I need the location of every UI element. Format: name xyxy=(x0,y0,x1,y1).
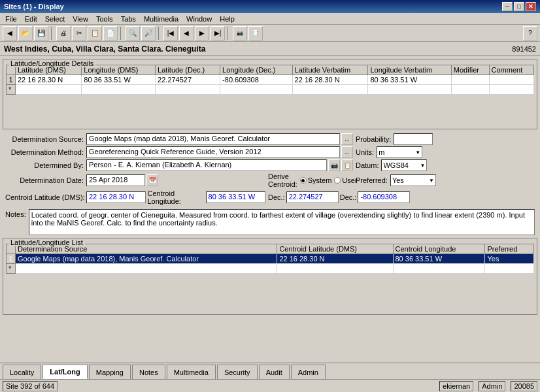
det-method-value[interactable]: Georeferencing Quick Reference Guide, Ve… xyxy=(86,146,340,158)
toolbar-search[interactable]: 🔍 xyxy=(126,26,140,41)
list-col-cent-lon: Centroid Longitude xyxy=(393,244,485,254)
title-bar-controls: ─ □ ✕ xyxy=(502,2,536,11)
det-by-btn[interactable]: 📷 xyxy=(328,159,340,171)
cell-modifier xyxy=(451,75,489,85)
menu-select[interactable]: Select xyxy=(41,14,69,24)
tab-multimedia[interactable]: Multimedia xyxy=(167,365,216,379)
centroid-lat-group: 22 16 28.30 N Centroid Longitude: 80 36 … xyxy=(86,189,265,205)
det-method-btn[interactable]: ... xyxy=(341,146,353,158)
menu-tabs[interactable]: Tabs xyxy=(117,14,140,24)
toolbar-cut[interactable]: ✂ xyxy=(72,26,86,41)
cell-lon-dec: -80.609308 xyxy=(220,75,293,85)
preferred-label: Preferred: xyxy=(356,176,388,184)
toolbar-next[interactable]: ▶ xyxy=(195,26,209,41)
radio-user[interactable]: User xyxy=(334,176,357,184)
toolbar-sep1 xyxy=(51,27,54,40)
cell-lat-dec: 22.274527 xyxy=(156,75,220,85)
dec-lon-value[interactable]: -80.609308 xyxy=(358,191,410,203)
toolbar-copy[interactable]: 📋 xyxy=(88,26,102,41)
probability-value[interactable] xyxy=(394,133,433,145)
row-num: 1 xyxy=(7,75,16,85)
toolbar-last[interactable]: ▶| xyxy=(211,26,225,41)
table-row-empty: * xyxy=(7,85,534,95)
toolbar-open[interactable]: 📂 xyxy=(18,26,33,41)
menu-bar: File Edit Select View Tools Tabs Multime… xyxy=(0,13,540,25)
datum-select[interactable]: WGS84 ▼ xyxy=(381,159,427,171)
notes-content[interactable]: Located coord. of geogr. center of Ciene… xyxy=(29,209,535,235)
preferred-select[interactable]: Yes ▼ xyxy=(390,174,436,186)
toolbar-save[interactable]: 💾 xyxy=(34,26,48,41)
units-row: Units: m ▼ xyxy=(356,146,535,158)
datum-arrow: ▼ xyxy=(420,163,426,169)
main-content: Latitude/Longitude Details Latitude (DMS… xyxy=(0,56,540,370)
role-text: Admin xyxy=(482,382,502,390)
tab-security[interactable]: Security xyxy=(217,365,258,379)
menu-view[interactable]: View xyxy=(69,14,92,24)
units-arrow: ▼ xyxy=(415,150,420,155)
status-id: 20085 xyxy=(511,381,537,391)
status-info: Site 392 of 644 xyxy=(3,381,58,391)
det-source-value[interactable]: Google Maps (map data 2018), Manis Geore… xyxy=(86,133,340,145)
toolbar-img2[interactable]: 📑 xyxy=(248,26,263,41)
tab-admin[interactable]: Admin xyxy=(291,365,326,379)
tab-latlong[interactable]: Lat/Long xyxy=(42,365,87,379)
dec-lon-label: Dec.: xyxy=(340,193,357,201)
col-lat-dec: Latitude (Dec.) xyxy=(156,65,220,75)
det-date-calendar[interactable]: 📅 xyxy=(146,174,158,186)
menu-file[interactable]: File xyxy=(1,14,21,24)
col-lon-verbatim: Longitude Verbatim xyxy=(368,65,451,75)
centroid-lon-label2: Centroid Longitude: xyxy=(147,189,204,205)
cell-lon-verbatim: 80 36 33.51 W xyxy=(368,75,451,85)
centroid-lat-value[interactable]: 22 16 28.30 N xyxy=(86,191,146,203)
tab-mapping[interactable]: Mapping xyxy=(89,365,131,379)
menu-multimedia[interactable]: Multimedia xyxy=(140,14,182,24)
col-lon-dec: Longitude (Dec.) xyxy=(220,65,293,75)
toolbar-search2[interactable]: 🔎 xyxy=(141,26,156,41)
units-select[interactable]: m ▼ xyxy=(377,146,422,158)
toolbar-img1[interactable]: 📷 xyxy=(233,26,247,41)
close-button[interactable]: ✕ xyxy=(526,2,536,11)
datum-row: Datum: WGS84 ▼ xyxy=(356,159,535,171)
centroid-lon-value[interactable]: 80 36 33.51 W xyxy=(206,191,265,203)
minimize-button[interactable]: ─ xyxy=(502,2,513,11)
title-bar: Sites (1) - Display ─ □ ✕ xyxy=(0,0,540,13)
menu-help[interactable]: Help xyxy=(216,14,239,24)
derive-centroid-row: Derive Centroid: System User xyxy=(268,172,353,188)
toolbar-back[interactable]: ◀ xyxy=(3,26,17,41)
maximize-button[interactable]: □ xyxy=(514,2,524,11)
centroid-lat-label: Centroid Latitude (DMS): xyxy=(5,193,84,201)
toolbar-help[interactable]: ? xyxy=(523,26,537,41)
col-lat-verbatim: Latitude Verbatim xyxy=(292,65,368,75)
menu-tools[interactable]: Tools xyxy=(92,14,117,24)
det-by-btn2[interactable]: 📋 xyxy=(341,159,353,171)
tab-locality[interactable]: Locality xyxy=(3,365,41,379)
list-row[interactable]: 1 Google Maps (map data 2018), Manis Geo… xyxy=(7,254,534,264)
dec-lat-value[interactable]: 22.274527 xyxy=(286,191,339,203)
tab-notes[interactable]: Notes xyxy=(132,365,165,379)
probability-label: Probability: xyxy=(356,135,391,143)
tab-audit[interactable]: Audit xyxy=(259,365,290,379)
preferred-row: Preferred: Yes ▼ xyxy=(356,174,535,186)
menu-window[interactable]: Window xyxy=(182,14,216,24)
toolbar-print[interactable]: 🖨 xyxy=(56,26,71,41)
notes-row: Notes: Located coord. of geogr. center o… xyxy=(3,209,537,235)
radio-system[interactable]: System xyxy=(300,176,332,184)
toolbar-prev[interactable]: ◀ xyxy=(179,26,194,41)
bottom-tabs: Locality Lat/Long Mapping Notes Multimed… xyxy=(0,363,540,379)
lat-lon-details-title: Latitude/Longitude Details xyxy=(8,59,95,67)
lat-lon-list-group: Latitude/Longitude List Determination So… xyxy=(3,238,537,315)
site-title: West Indies, Cuba, Villa Clara, Santa Cl… xyxy=(4,44,205,54)
toolbar-paste[interactable]: 📄 xyxy=(103,26,118,41)
col-modifier: Modifier xyxy=(451,65,489,75)
toolbar-first[interactable]: |◀ xyxy=(163,26,178,41)
lat-lon-details-content: Latitude (DMS) Longitude (DMS) Latitude … xyxy=(3,63,537,96)
lat-lon-details-group: Latitude/Longitude Details Latitude (DMS… xyxy=(3,59,537,129)
lat-lon-list-content: Determination Source Centroid Latitude (… xyxy=(3,242,537,275)
table-row[interactable]: 1 22 16 28.30 N 80 36 33.51 W 22.274527 … xyxy=(7,75,534,85)
det-source-btn[interactable]: ... xyxy=(341,133,353,145)
det-date-value[interactable]: 25 Apr 2018 xyxy=(86,174,145,186)
det-by-value[interactable]: Person - E. A. Kiernan (Elizabeth A. Kie… xyxy=(86,159,327,171)
status-text: Site 392 of 644 xyxy=(6,382,54,390)
cell-comment xyxy=(489,75,533,85)
menu-edit[interactable]: Edit xyxy=(21,14,41,24)
